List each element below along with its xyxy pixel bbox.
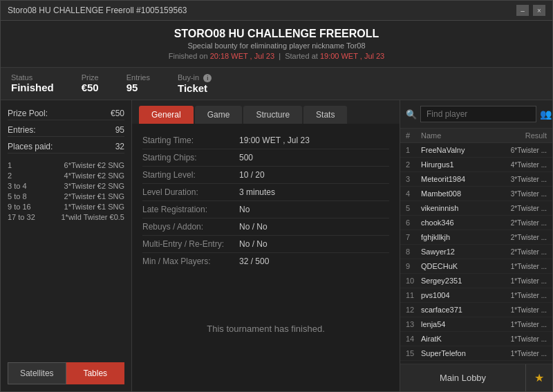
position-place: 17 to 32 xyxy=(8,213,35,221)
tab-game[interactable]: Game xyxy=(195,106,243,124)
buyin-info-icon[interactable]: i xyxy=(203,74,212,82)
search-input[interactable] xyxy=(420,106,536,122)
position-place: 5 to 8 xyxy=(8,192,27,200)
satellites-button[interactable]: Satellites xyxy=(8,362,66,384)
tournament-subtitle: Special bounty for eliminating player ni… xyxy=(8,41,545,50)
prize-position-row: 5 to 82*Twister €1 SNG xyxy=(8,192,124,200)
prize-pool-value: €50 xyxy=(111,109,124,118)
player-row[interactable]: 5 vikeninnish 2*Twister ... xyxy=(400,201,552,216)
tabs-row: GeneralGameStructureStats xyxy=(132,100,400,124)
player-num: 15 xyxy=(406,349,421,357)
buyin-value: Ticket xyxy=(178,82,212,94)
info-label: Level Duration: xyxy=(142,187,239,197)
right-panel: 🔍 👥 # Name Result 1 FreeNaValny 6*Twiste… xyxy=(400,100,552,391)
started-label: Started at xyxy=(285,52,318,60)
info-value: No xyxy=(239,205,250,214)
player-result: 1*Twister ... xyxy=(498,335,547,343)
player-row[interactable]: 6 chook346 2*Twister ... xyxy=(400,216,552,230)
player-name: FreeNaValny xyxy=(421,146,498,154)
prize-value: €50 xyxy=(82,82,99,93)
left-panel: Prize Pool: €50 Entries: 95 Places paid:… xyxy=(1,100,132,391)
player-result: 1*Twister ... xyxy=(498,321,547,328)
player-name: SuperTelefon xyxy=(421,349,498,357)
player-name: Hirurgus1 xyxy=(421,160,498,169)
info-label: Starting Time: xyxy=(142,136,239,145)
player-row[interactable]: 10 Sergey2351 1*Twister ... xyxy=(400,274,552,288)
main-content: Prize Pool: €50 Entries: 95 Places paid:… xyxy=(1,100,552,391)
status-item-prize: Prize €50 xyxy=(82,73,99,94)
player-table-header: # Name Result xyxy=(400,129,552,143)
places-paid-value: 32 xyxy=(115,142,124,151)
player-num: 11 xyxy=(406,291,421,299)
entries-left-value: 95 xyxy=(115,125,124,135)
info-label: Starting Chips: xyxy=(142,153,239,162)
prize-position-row: 17 to 321*wild Twister €0.5 xyxy=(8,213,124,221)
player-result: 2*Twister ... xyxy=(498,219,547,227)
player-row[interactable]: 9 QDECHuK 1*Twister ... xyxy=(400,259,552,274)
tab-stats[interactable]: Stats xyxy=(303,106,347,124)
player-result: 1*Twister ... xyxy=(498,263,547,270)
center-panel: GeneralGameStructureStats Starting Time:… xyxy=(132,100,400,391)
player-num: 2 xyxy=(406,160,421,169)
player-result: 2*Twister ... xyxy=(498,248,547,256)
search-row: 🔍 👥 xyxy=(400,100,552,129)
status-item-status: Status Finished xyxy=(11,73,54,94)
window-title: Storo08 HU CHALLENGE Freeroll #100515956… xyxy=(8,6,187,15)
player-row[interactable]: 15 SuperTelefon 1*Twister ... xyxy=(400,346,552,361)
finished-label: Finished on xyxy=(169,52,208,60)
info-value: No / No xyxy=(239,222,268,232)
position-prize: 3*Twister €2 SNG xyxy=(64,182,124,190)
info-row: Min / Max Players:32 / 500 xyxy=(142,253,389,266)
tables-button[interactable]: Tables xyxy=(66,362,125,384)
player-num: 7 xyxy=(406,233,421,241)
player-row[interactable]: 7 fghjkllkjh 2*Twister ... xyxy=(400,230,552,245)
status-item-entries: Entries 95 xyxy=(126,73,150,94)
entries-left-label: Entries: xyxy=(8,125,36,135)
player-result: 1*Twister ... xyxy=(498,306,547,314)
player-num: 10 xyxy=(406,277,421,285)
position-place: 1 xyxy=(8,161,12,169)
player-name: vikeninnish xyxy=(421,204,498,212)
tab-general[interactable]: General xyxy=(139,106,194,124)
player-row[interactable]: 13 lenja54 1*Twister ... xyxy=(400,317,552,332)
player-num: 6 xyxy=(406,218,421,227)
places-paid-label: Places paid: xyxy=(8,142,53,151)
player-row[interactable]: 3 Meteorit1984 3*Twister ... xyxy=(400,172,552,187)
player-row[interactable]: 12 scarface371 1*Twister ... xyxy=(400,303,552,317)
player-num: 1 xyxy=(406,146,421,154)
player-row[interactable]: 1 FreeNaValny 6*Twister ... xyxy=(400,143,552,158)
tournament-header: STORO08 HU CHALLENGE FREEROLL Special bo… xyxy=(1,21,552,68)
minimize-button[interactable]: – xyxy=(516,5,529,16)
info-label: Starting Level: xyxy=(142,170,239,180)
player-result: 6*Twister ... xyxy=(498,147,547,154)
player-name: chook346 xyxy=(421,218,498,227)
info-row: Level Duration:3 minutes xyxy=(142,184,389,201)
prize-position-row: 3 to 43*Twister €2 SNG xyxy=(8,182,124,190)
player-row[interactable]: 4 Mambet008 3*Twister ... xyxy=(400,187,552,201)
entries-row: Entries: 95 xyxy=(8,124,124,137)
player-name: scarface371 xyxy=(421,306,498,314)
main-lobby-bar: Main Lobby ★ xyxy=(400,364,552,391)
player-name: Mambet008 xyxy=(421,189,498,198)
player-row[interactable]: 11 pvs1004 1*Twister ... xyxy=(400,288,552,303)
main-lobby-button[interactable]: Main Lobby xyxy=(400,364,525,391)
prize-position-row: 9 to 161*Twister €1 SNG xyxy=(8,203,124,211)
buyin-label: Buy-in i xyxy=(178,73,212,82)
tab-structure[interactable]: Structure xyxy=(243,106,302,124)
info-value: No / No xyxy=(239,239,268,249)
info-label: Late Registration: xyxy=(142,205,239,214)
close-button[interactable]: × xyxy=(533,5,545,16)
player-result: 1*Twister ... xyxy=(498,292,547,299)
player-row[interactable]: 14 AiratK 1*Twister ... xyxy=(400,332,552,346)
info-row: Multi-Entry / Re-Entry:No / No xyxy=(142,236,389,253)
friend-list-icon[interactable]: 👥 xyxy=(540,109,552,120)
tournament-times: Finished on 20:18 WET , Jul 23 | Started… xyxy=(8,52,545,60)
player-row[interactable]: 8 Sawyer12 2*Twister ... xyxy=(400,245,552,259)
game-info: Starting Time:19:00 WET , Jul 23Starting… xyxy=(132,124,400,266)
info-row: Starting Time:19:00 WET , Jul 23 xyxy=(142,132,389,149)
player-name: Meteorit1984 xyxy=(421,175,498,183)
favorite-star-button[interactable]: ★ xyxy=(525,364,552,391)
position-prize: 6*Twister €2 SNG xyxy=(64,161,124,169)
prize-pool-row: Prize Pool: €50 xyxy=(8,107,124,120)
player-row[interactable]: 2 Hirurgus1 4*Twister ... xyxy=(400,158,552,172)
